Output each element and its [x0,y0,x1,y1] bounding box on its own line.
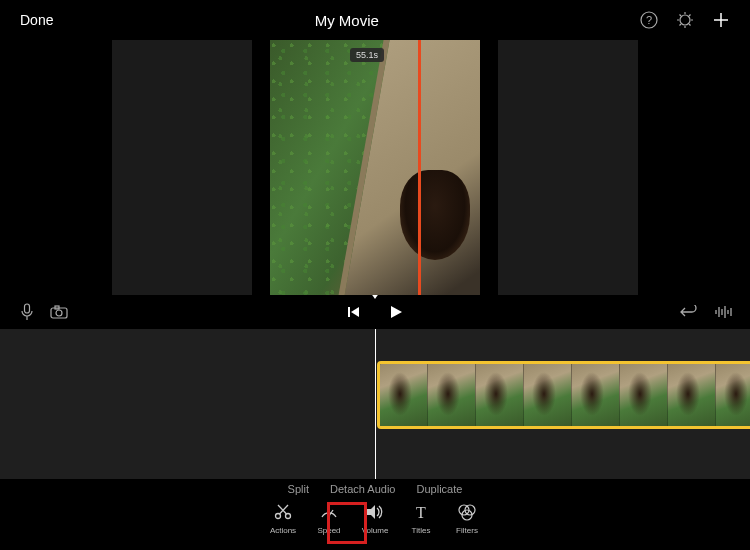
tool-row: Actions Speed Volume T Titles Filters [0,499,750,545]
actions-tool[interactable]: Actions [264,501,302,535]
timeline[interactable] [0,329,750,479]
split-button[interactable]: Split [288,483,309,495]
volume-tool[interactable]: Volume [356,501,394,535]
settings-icon[interactable] [676,11,694,29]
play-icon[interactable] [387,303,405,321]
project-title: My Movie [315,12,379,29]
undo-icon[interactable] [680,303,698,321]
speedometer-icon [318,501,340,523]
video-clip[interactable] [377,361,750,429]
svg-marker-25 [391,306,402,318]
filters-label: Filters [456,526,478,535]
left-panel [112,40,252,295]
svg-text:?: ? [646,14,652,26]
skip-back-icon[interactable] [345,303,363,321]
help-icon[interactable]: ? [640,11,658,29]
titles-tool[interactable]: T Titles [402,501,440,535]
text-icon: T [410,501,432,523]
filters-icon [456,501,478,523]
timecode-badge: 55.1s [350,48,384,62]
right-panel [498,40,638,295]
waveform-icon[interactable] [714,303,732,321]
svg-point-33 [286,514,291,519]
speed-label: Speed [317,526,340,535]
detach-audio-button[interactable]: Detach Audio [330,483,395,495]
svg-line-34 [280,505,289,514]
microphone-icon[interactable] [18,303,36,321]
playhead-line [418,40,421,295]
svg-point-21 [56,310,62,316]
svg-marker-23 [351,307,359,317]
transport-bar [0,295,750,329]
svg-line-35 [278,505,287,514]
titles-label: Titles [412,526,431,535]
clip-context-menu: Split Detach Audio Duplicate [0,479,750,499]
speaker-icon [364,501,386,523]
video-preview[interactable]: 55.1s [270,40,480,295]
camera-icon[interactable] [50,303,68,321]
svg-marker-38 [367,505,375,519]
svg-rect-24 [348,307,350,317]
filters-tool[interactable]: Filters [448,501,486,535]
actions-label: Actions [270,526,296,535]
header: Done My Movie ? [0,0,750,40]
preview-area: 55.1s [0,40,750,295]
svg-point-37 [328,515,330,517]
speed-tool[interactable]: Speed [310,501,348,535]
svg-line-7 [680,15,682,17]
volume-label: Volume [362,526,389,535]
svg-line-9 [680,24,682,26]
svg-line-10 [689,15,691,17]
scissors-icon [272,501,294,523]
svg-point-2 [680,15,690,25]
timeline-playhead[interactable] [375,329,376,479]
add-icon[interactable] [712,11,730,29]
svg-rect-18 [25,304,30,313]
svg-line-8 [689,24,691,26]
svg-point-32 [276,514,281,519]
done-button[interactable]: Done [20,12,53,28]
svg-text:T: T [416,504,426,521]
duplicate-button[interactable]: Duplicate [417,483,463,495]
